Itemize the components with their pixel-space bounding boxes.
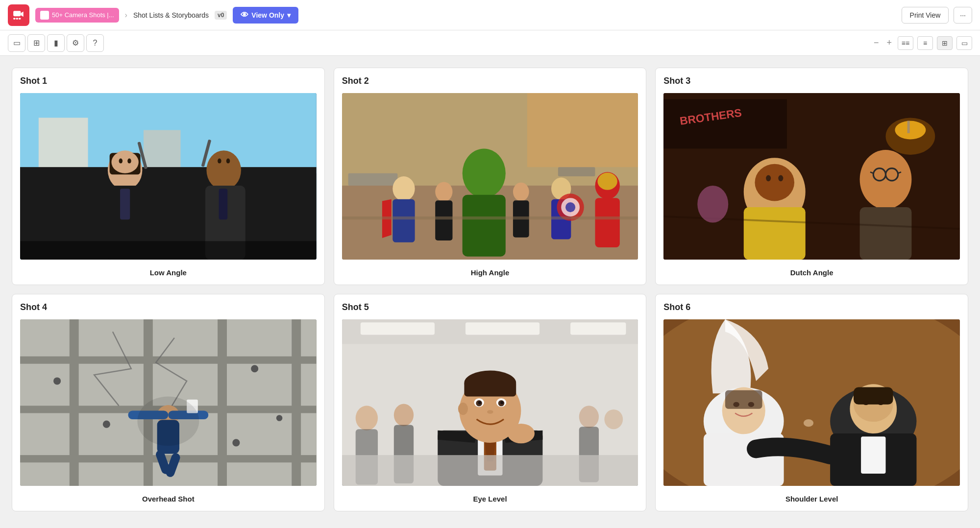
shot-6-image [663,319,960,486]
view-only-button[interactable]: 👁 View Only ▾ [233,7,298,24]
toolbar-right: − + ≡≡ ≡ ⊞ ▭ [872,36,972,50]
view-only-label: View Only [251,11,284,19]
shot-5-label: Shot 5 [342,302,638,312]
zoom-in-button[interactable]: + [884,36,894,50]
svg-rect-24 [20,241,317,260]
svg-point-21 [226,159,230,164]
svg-rect-57 [744,207,806,260]
shot-5-image [342,319,638,486]
shot-4-caption: Overhead Shot [20,495,317,503]
zoom-out-button[interactable]: − [872,36,881,50]
svg-point-102 [579,406,598,428]
project-tab[interactable]: 50+ Camera Shots |... [35,8,119,23]
svg-point-132 [748,402,755,407]
svg-point-120 [458,403,467,415]
more-button[interactable]: ··· [954,7,972,24]
svg-rect-1 [13,18,15,19]
svg-rect-3 [19,18,21,19]
svg-rect-30 [558,167,595,176]
shot-card-2: Shot 2 [334,68,647,285]
shot-2-image [342,93,638,260]
view-mode-grid[interactable]: ⊞ [937,36,953,50]
svg-point-117 [478,401,481,404]
svg-point-139 [863,400,869,405]
shot-2-label: Shot 2 [342,76,638,86]
view-mode-full[interactable]: ▭ [956,36,972,50]
svg-point-104 [604,409,623,429]
svg-point-141 [804,419,813,427]
svg-rect-34 [462,195,505,257]
svg-rect-96 [466,322,539,335]
tool-settings[interactable]: ⚙ [67,34,84,52]
svg-rect-32 [392,199,415,242]
svg-rect-135 [861,436,885,474]
svg-point-13 [111,151,138,173]
project-icon [40,11,49,20]
shot-6-caption: Shoulder Level [663,495,960,503]
tool-grid[interactable]: ⊞ [27,34,45,52]
svg-point-54 [886,118,935,155]
svg-point-121 [507,424,534,443]
svg-point-119 [487,410,493,414]
view-mode-list[interactable]: ≡ [917,36,933,50]
svg-point-58 [758,165,792,197]
shot-card-1: Shot 1 [12,68,325,285]
version-badge: v0 [215,11,227,20]
svg-point-37 [513,183,529,201]
breadcrumb-separator: › [125,11,127,20]
shot-1-label: Shot 1 [20,76,317,86]
svg-rect-112 [464,381,516,396]
svg-point-92 [137,397,199,446]
print-view-button[interactable]: Print View [902,7,949,24]
tool-rectangle[interactable]: ▭ [8,34,25,52]
svg-point-118 [500,401,503,404]
shots-grid: Shot 1 [12,68,968,511]
tool-help[interactable]: ? [86,34,104,52]
svg-point-43 [565,202,575,212]
svg-point-89 [232,439,240,446]
svg-point-140 [878,400,884,405]
svg-rect-18 [219,189,228,219]
svg-rect-29 [348,173,397,186]
shot-5-caption: Eye Level [342,495,638,503]
svg-point-33 [462,148,505,198]
svg-rect-47 [342,216,638,219]
svg-point-87 [103,421,110,428]
tool-panel[interactable]: ▮ [47,34,65,52]
svg-point-88 [251,365,258,372]
svg-point-60 [779,175,784,182]
view-mode-rows[interactable]: ≡≡ [898,36,913,50]
main-content: Shot 1 [0,56,980,523]
shot-card-4: Shot 4 [12,294,325,511]
shot-3-label: Shot 3 [663,76,960,86]
svg-rect-97 [570,322,626,335]
svg-rect-95 [360,322,434,335]
eye-icon: 👁 [241,11,248,20]
svg-point-46 [597,173,617,190]
dropdown-chevron: ▾ [287,11,291,19]
svg-point-90 [276,415,283,421]
shot-card-3: Shot 3 BROTHERS [655,68,968,285]
shot-4-image [20,319,317,486]
svg-point-100 [393,404,413,426]
svg-rect-11 [120,189,130,219]
svg-point-20 [218,159,221,164]
svg-point-14 [119,159,123,164]
svg-point-59 [766,175,771,182]
svg-point-19 [210,151,237,173]
svg-rect-0 [13,11,21,16]
svg-point-70 [698,186,729,223]
section-label[interactable]: Shot Lists & Storyboards [133,11,209,19]
shot-3-caption: Dutch Angle [663,268,960,277]
svg-point-98 [355,406,377,430]
svg-rect-122 [342,455,638,486]
shot-1-image [20,93,317,260]
svg-rect-79 [20,455,317,462]
svg-rect-2 [16,18,18,19]
shot-6-label: Shot 6 [663,302,960,312]
project-label: 50+ Camera Shots |... [52,11,114,19]
app-logo [8,4,29,26]
svg-rect-77 [20,357,317,364]
shot-3-image: BROTHERS [663,93,960,260]
svg-rect-138 [854,387,893,405]
